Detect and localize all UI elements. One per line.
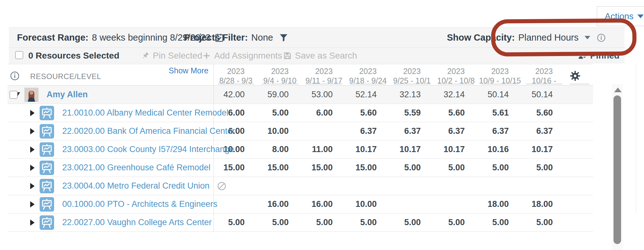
hours-cell[interactable]: 32.14 (434, 86, 478, 104)
hours-cell[interactable] (258, 177, 302, 195)
week-column-header[interactable]: 20239/11 - 9/17 (302, 64, 346, 85)
hours-cell[interactable]: 50.14 (522, 86, 566, 104)
project-name-link[interactable]: 23.0021.00 Greenhouse Café Remodel (62, 163, 210, 173)
hours-cell[interactable] (390, 195, 434, 213)
project-name-link[interactable]: 21.0010.00 Albany Medical Center Remodel (62, 108, 228, 118)
hours-cell[interactable]: 5.00 (302, 213, 346, 231)
scroll-up-arrow[interactable] (614, 88, 622, 92)
expand-row-caret-icon[interactable] (30, 128, 35, 134)
week-column-header[interactable]: 20239/18 - 9/24 (346, 64, 390, 85)
week-column-header[interactable]: 20239/25 - 10/1 (390, 64, 434, 85)
hours-cell[interactable]: 5.60 (434, 104, 478, 122)
hours-cell[interactable]: 10.17 (434, 140, 478, 158)
hours-cell[interactable]: 6.37 (390, 122, 434, 140)
gear-icon[interactable] (569, 70, 581, 82)
hours-cell[interactable]: 5.00 (478, 159, 522, 177)
capacity-info-icon[interactable] (597, 33, 606, 42)
project-name-link[interactable]: 22.0027.00 Vaughn College Arts Center (62, 218, 212, 227)
filter-funnel-icon[interactable] (279, 33, 288, 43)
row-checkbox[interactable] (9, 91, 18, 99)
week-column-header[interactable]: 202310/9 - 10/15 (478, 64, 522, 85)
hours-cell[interactable]: 18.00 (478, 195, 522, 213)
select-all-checkbox[interactable] (15, 51, 23, 59)
hours-cell[interactable] (390, 177, 434, 195)
resource-name-link[interactable]: Amy Allen (47, 90, 88, 99)
project-icon (40, 106, 54, 120)
hours-cell[interactable]: 15.00 (258, 159, 302, 177)
hours-cell[interactable]: 18.00 (522, 195, 566, 213)
hours-cell[interactable]: 52.14 (346, 86, 390, 104)
expand-row-caret-icon[interactable] (30, 219, 35, 226)
hours-cell[interactable]: 53.00 (302, 86, 346, 104)
pinned-toggle[interactable]: Pinned (578, 51, 619, 61)
hours-cell[interactable] (434, 195, 478, 213)
hours-cell[interactable]: 5.00 (522, 159, 566, 177)
project-name-link[interactable]: 22.0020.00 Bank Of America Financial Cen… (62, 126, 235, 136)
hours-cell[interactable]: 10.17 (346, 140, 390, 158)
expand-row-caret-icon[interactable] (30, 201, 35, 207)
hours-cell[interactable]: 16.00 (258, 195, 302, 213)
hours-cell[interactable]: 6.37 (434, 122, 478, 140)
hours-cell[interactable]: 5.00 (258, 213, 302, 231)
hours-cell[interactable]: 5.00 (346, 213, 390, 231)
hours-cell[interactable]: 5.00 (434, 159, 478, 177)
hours-cell[interactable] (214, 195, 258, 213)
hours-cell[interactable] (478, 177, 522, 195)
hours-cell[interactable]: 5.61 (478, 104, 522, 122)
hours-cell[interactable] (434, 177, 478, 195)
pin-selected-button[interactable]: Pin Selected (141, 51, 202, 61)
hours-cell[interactable]: 15.00 (346, 159, 390, 177)
hours-cell[interactable]: 5.00 (434, 213, 478, 231)
expand-row-caret-icon[interactable] (30, 110, 35, 116)
project-name-link[interactable]: 23.0004.00 Metro Federal Credit Union (62, 181, 209, 191)
hours-cell[interactable]: 11.00 (302, 140, 346, 158)
expand-row-caret-icon[interactable] (30, 146, 35, 153)
save-as-search-button[interactable]: Save as Search (283, 51, 357, 61)
hours-cell[interactable]: 5.00 (258, 104, 302, 122)
hours-cell[interactable] (302, 177, 346, 195)
vertical-scrollbar-thumb[interactable] (613, 95, 621, 244)
hours-cell[interactable]: 5.00 (214, 213, 258, 231)
hours-cell[interactable]: 8.00 (258, 140, 302, 158)
hours-cell[interactable]: 6.37 (478, 122, 522, 140)
week-column-header[interactable]: 20239/4 - 9/10 (258, 64, 302, 85)
hours-cell[interactable]: 15.00 (214, 159, 258, 177)
hours-cell[interactable]: 6.00 (302, 104, 346, 122)
hours-cell[interactable]: 10.00 (346, 195, 390, 213)
resource-info-icon[interactable] (10, 71, 19, 81)
project-name-link[interactable]: 23.0003.00 Cook County I57/294 Interchan… (62, 145, 234, 154)
hours-cell[interactable]: 10.16 (478, 140, 522, 158)
week-column-header[interactable]: 202310/2 - 10/8 (434, 64, 478, 85)
add-assignments-button[interactable]: Add Assignments (202, 51, 282, 61)
hours-cell[interactable] (346, 177, 390, 195)
expand-row-caret-icon[interactable] (30, 165, 35, 171)
chevron-down-icon[interactable] (585, 36, 590, 39)
hours-cell[interactable]: 5.00 (478, 213, 522, 231)
show-more-link[interactable]: Show More (169, 66, 208, 75)
hours-cell[interactable]: 6.37 (522, 122, 566, 140)
hours-cell[interactable]: 32.13 (390, 86, 434, 104)
week-column-header[interactable]: 20238/28 - 9/3 (214, 64, 258, 85)
hours-cell[interactable] (522, 177, 566, 195)
hours-cell[interactable]: 10.00 (258, 122, 302, 140)
hours-cell[interactable]: 16.00 (302, 195, 346, 213)
hours-cell[interactable]: 15.00 (302, 159, 346, 177)
hours-cell[interactable]: 5.00 (522, 213, 566, 231)
hours-cell[interactable]: 5.60 (522, 104, 566, 122)
hours-cell[interactable] (302, 122, 346, 140)
hours-cell[interactable]: 6.37 (346, 122, 390, 140)
show-capacity-value[interactable]: Planned Hours (518, 32, 579, 43)
hours-cell[interactable]: 5.59 (390, 104, 434, 122)
actions-button[interactable]: Actions (597, 6, 644, 26)
hours-cell[interactable]: 5.00 (390, 159, 434, 177)
hours-cell[interactable]: 5.60 (346, 104, 390, 122)
hours-cell[interactable]: 59.00 (258, 86, 302, 104)
week-column-header[interactable]: 202310/16 - 10/22 (522, 64, 566, 85)
project-name-link[interactable]: 00.1000.00 PTO - Architects & Engineers (62, 199, 217, 209)
hours-cell[interactable]: 5.00 (390, 213, 434, 231)
hours-cell[interactable]: 42.00 (214, 86, 258, 104)
hours-cell[interactable]: 50.14 (478, 86, 522, 104)
expand-row-caret-icon[interactable] (30, 183, 35, 189)
hours-cell[interactable]: 10.17 (522, 140, 566, 158)
hours-cell[interactable]: 10.17 (390, 140, 434, 158)
